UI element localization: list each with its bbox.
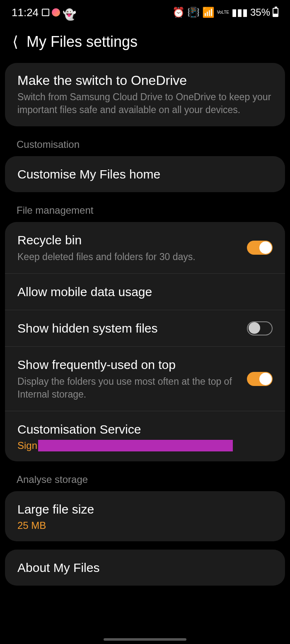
hidden-files-item[interactable]: Show hidden system files <box>5 310 285 347</box>
promo-title: Make the switch to OneDrive <box>17 73 273 88</box>
page-header: ⟨ My Files settings <box>0 23 290 63</box>
app-notification-icon <box>52 8 60 17</box>
signin-prefix: Sign <box>17 440 37 451</box>
recycle-bin-item[interactable]: Recycle bin Keep deleted files and folde… <box>5 222 285 274</box>
battery-icon <box>273 8 278 17</box>
status-right: ⏰ 📳 📶 VoLTE ▮▮▮ 35% <box>172 7 278 18</box>
section-label-file-management: File management <box>5 200 285 222</box>
customise-home-title: Customise My Files home <box>17 166 273 182</box>
customisation-card: Customise My Files home <box>5 156 285 192</box>
about-item[interactable]: About My Files <box>5 550 285 586</box>
page-title: My Files settings <box>27 33 138 51</box>
gesture-bar[interactable] <box>104 638 186 641</box>
section-label-customisation: Customisation <box>5 135 285 156</box>
status-left: 11:24 👻 <box>12 6 76 19</box>
battery-percent: 35% <box>250 7 270 18</box>
status-bar: 11:24 👻 ⏰ 📳 📶 VoLTE ▮▮▮ 35% <box>0 0 290 23</box>
snapchat-icon: 👻 <box>63 8 71 17</box>
frequent-sub: Display the folders you use most often a… <box>17 375 239 401</box>
customisation-service-title: Customisation Service <box>17 421 273 437</box>
large-file-item[interactable]: Large file size 25 MB <box>5 491 285 541</box>
frequent-toggle[interactable] <box>247 372 273 386</box>
analyse-card: Large file size 25 MB <box>5 491 285 541</box>
lte-icon: VoLTE <box>217 10 229 14</box>
recycle-bin-toggle[interactable] <box>247 241 273 255</box>
frequent-item[interactable]: Show frequently-used on top Display the … <box>5 347 285 411</box>
large-file-title: Large file size <box>17 501 273 517</box>
recycle-bin-title: Recycle bin <box>17 232 239 248</box>
mobile-data-item[interactable]: Allow mobile data usage <box>5 274 285 310</box>
about-title: About My Files <box>17 560 273 576</box>
customisation-service-item[interactable]: Customisation Service Sign <box>5 411 285 461</box>
large-file-value: 25 MB <box>17 520 273 531</box>
gallery-icon <box>42 9 49 16</box>
about-card: About My Files <box>5 550 285 586</box>
hidden-files-toggle[interactable] <box>247 321 273 335</box>
file-management-card: Recycle bin Keep deleted files and folde… <box>5 222 285 461</box>
promo-subtitle: Switch from Samsung Cloud Drive to OneDr… <box>17 91 273 116</box>
status-time: 11:24 <box>12 6 39 19</box>
vibrate-icon: 📳 <box>187 7 200 18</box>
back-icon[interactable]: ⟨ <box>12 34 18 49</box>
customise-home-item[interactable]: Customise My Files home <box>5 156 285 192</box>
section-label-analyse: Analyse storage <box>5 470 285 491</box>
wifi-icon: 📶 <box>202 7 215 18</box>
alarm-icon: ⏰ <box>172 7 185 18</box>
redacted-account <box>38 440 233 451</box>
signal-icon: ▮▮▮ <box>232 7 248 18</box>
mobile-data-title: Allow mobile data usage <box>17 284 273 300</box>
recycle-bin-sub: Keep deleted files and folders for 30 da… <box>17 251 239 263</box>
onedrive-promo-card[interactable]: Make the switch to OneDrive Switch from … <box>5 63 285 126</box>
hidden-files-title: Show hidden system files <box>17 320 239 336</box>
frequent-title: Show frequently-used on top <box>17 357 239 373</box>
